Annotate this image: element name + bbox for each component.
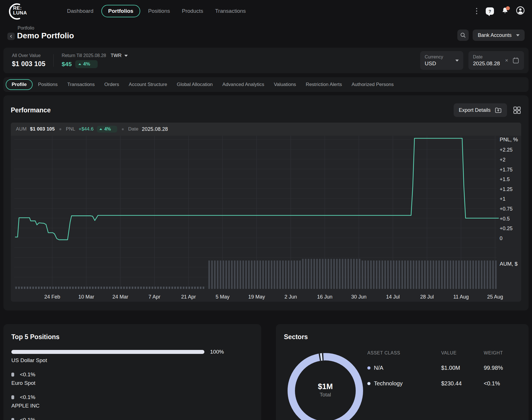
help-icon[interactable]: ? <box>486 7 494 15</box>
pnl-aum-chart-plot[interactable]: PNL, %+2.25+2+1.75+1.5+1.25+1+0.75+0.5+0… <box>11 136 521 302</box>
calendar-icon[interactable] <box>512 57 520 64</box>
pnl-label: PNL <box>66 126 75 132</box>
page-title: Demo Portfolio <box>17 31 74 40</box>
sectors-title: Sectors <box>284 333 521 341</box>
position-item: <0.1%UAE Dirham Spot <box>11 417 253 420</box>
clear-date-icon[interactable]: × <box>505 57 508 64</box>
svg-text:10 Mar: 10 Mar <box>78 294 94 300</box>
portfolio-stats-bar: All Over Value $1 003 105 Return Till 20… <box>3 48 529 73</box>
sector-row[interactable]: N/A$1.00M99.98% <box>367 365 521 371</box>
nav-item-portfolios[interactable]: Portfolios <box>101 5 140 17</box>
export-details-button[interactable]: Export Details <box>454 103 507 117</box>
notification-badge <box>506 6 510 10</box>
chart-date-value: 2025.08.28 <box>142 126 168 132</box>
svg-text:+0.25: +0.25 <box>500 226 513 231</box>
bank-accounts-dropdown[interactable]: Bank Accounts <box>473 30 525 41</box>
widgets-grid-button[interactable] <box>513 106 521 114</box>
svg-text:+1.75: +1.75 <box>500 167 513 173</box>
sector-value: $230.44 <box>441 380 484 387</box>
notifications-bell-icon[interactable] <box>501 7 509 15</box>
tab-positions[interactable]: Positions <box>34 79 62 90</box>
svg-text:21 Apr: 21 Apr <box>181 294 196 300</box>
currency-select[interactable]: Currency USD <box>420 51 463 70</box>
sector-color-dot <box>367 366 370 369</box>
nav-item-transactions[interactable]: Transactions <box>211 5 250 17</box>
position-weight-value: <0.1% <box>20 371 35 378</box>
return-mode-value[interactable]: TWR <box>111 53 122 58</box>
performance-title: Performance <box>11 106 51 114</box>
position-weight-value: <0.1% <box>20 417 35 420</box>
tab-advanced-analytics[interactable]: Advanced Analytics <box>218 79 268 90</box>
page-header: Portfolio Demo Portfolio Bank Accounts <box>0 22 532 44</box>
svg-text:5 May: 5 May <box>215 294 229 300</box>
return-label: Return Till 2025.08.28 <box>62 53 106 58</box>
svg-text:+0.5: +0.5 <box>500 216 510 222</box>
position-weight-value: <0.1% <box>20 394 35 400</box>
currency-value: USD <box>425 60 443 67</box>
top-positions-title: Top 5 Positions <box>11 333 253 341</box>
svg-text:+0.75: +0.75 <box>500 206 513 212</box>
sector-weight: <0.1% <box>484 380 521 387</box>
position-weight-bar <box>11 395 14 399</box>
position-weight-bar <box>11 373 14 377</box>
sector-row[interactable]: Technology$230.44<0.1% <box>367 380 521 387</box>
back-button[interactable] <box>7 33 15 40</box>
arrow-up-icon <box>78 63 81 65</box>
kebab-menu-icon[interactable] <box>475 7 478 15</box>
arrow-up-icon <box>99 128 102 130</box>
export-folder-icon <box>495 106 502 114</box>
svg-text:24 Feb: 24 Feb <box>44 294 60 300</box>
nav-item-dashboard[interactable]: Dashboard <box>63 5 97 17</box>
chart-date-label: Date <box>128 126 139 132</box>
svg-text:+1.5: +1.5 <box>500 177 510 182</box>
tab-profile[interactable]: Profile <box>6 79 33 90</box>
tab-authorized-persons[interactable]: Authorized Persons <box>347 79 398 90</box>
svg-text:16 Jun: 16 Jun <box>317 294 332 300</box>
nav-item-products[interactable]: Products <box>178 5 207 17</box>
position-item: 100%US Dollar Spot <box>11 349 253 364</box>
breadcrumb[interactable]: Portfolio <box>18 26 74 31</box>
main-nav: DashboardPortfoliosPositionsProductsTran… <box>63 5 250 17</box>
date-picker[interactable]: Date 2025.08.28 × <box>468 51 524 70</box>
bank-accounts-label: Bank Accounts <box>478 32 512 38</box>
aum-label: AUM <box>16 126 27 132</box>
nav-item-positions[interactable]: Positions <box>144 5 174 17</box>
all-over-value-stat: All Over Value $1 003 105 <box>8 53 49 68</box>
tab-restriction-alerts[interactable]: Restriction Alerts <box>301 79 346 90</box>
tab-valuations[interactable]: Valuations <box>270 79 300 90</box>
sector-name: N/A <box>374 365 383 371</box>
svg-text:14 Jul: 14 Jul <box>386 294 400 300</box>
search-icon <box>460 32 466 38</box>
svg-text:24 Mar: 24 Mar <box>112 294 128 300</box>
svg-text:7 Apr: 7 Apr <box>148 294 160 300</box>
tab-global-allocation[interactable]: Global Allocation <box>173 79 217 90</box>
donut-center-label: $1M Total <box>303 382 348 398</box>
position-name: APPLE INC <box>11 403 253 409</box>
position-weight-bar <box>11 418 14 420</box>
date-label: Date <box>473 54 500 60</box>
portfolio-tabs: ProfilePositionsTransactionsOrdersAccoun… <box>3 77 529 92</box>
grid-icon <box>513 106 521 114</box>
tab-orders[interactable]: Orders <box>100 79 123 90</box>
donut-total-value: $1M <box>303 382 348 391</box>
performance-card: Performance Export Details AUM $1 003 10… <box>3 95 529 310</box>
svg-text:19 May: 19 May <box>248 294 265 300</box>
sector-value: $1.00M <box>441 365 484 371</box>
chevron-down-icon[interactable] <box>124 55 128 57</box>
dot-separator <box>122 128 124 130</box>
tab-transactions[interactable]: Transactions <box>63 79 99 90</box>
all-over-value-label: All Over Value <box>12 53 45 58</box>
sectors-card: Sectors $1M Total ASSET CLASS VALUE WEIG… <box>276 324 529 420</box>
app-logo[interactable]: RE: LUNA <box>7 2 33 20</box>
aum-value: $1 003 105 <box>30 126 55 132</box>
dot-separator <box>59 128 61 130</box>
search-button[interactable] <box>457 30 469 41</box>
svg-text:+1: +1 <box>500 196 506 202</box>
sectors-rows: N/A$1.00M99.98%Technology$230.44<0.1% <box>367 365 521 387</box>
account-avatar-icon[interactable] <box>516 6 525 16</box>
chevron-down-icon <box>516 34 520 36</box>
tab-account-structure[interactable]: Account Structure <box>125 79 171 90</box>
svg-text:25 Aug: 25 Aug <box>487 294 503 300</box>
svg-text:+2.25: +2.25 <box>500 147 513 153</box>
pnl-percent-badge: 4% <box>97 126 117 133</box>
